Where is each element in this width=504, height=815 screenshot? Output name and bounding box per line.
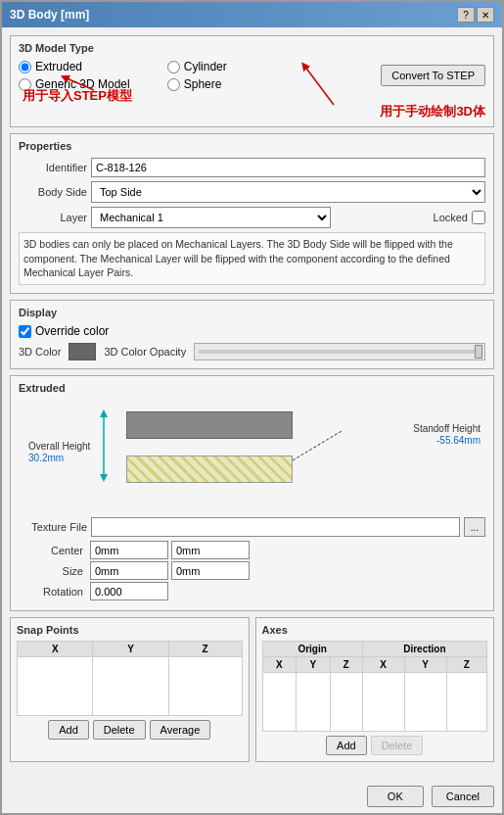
axes-col-dz: Z <box>446 657 486 673</box>
axes-cell-ox <box>262 673 297 732</box>
color-swatch[interactable] <box>69 343 96 360</box>
title-bar: 3D Body [mm] ? ✕ <box>2 2 502 27</box>
extruded-label: Extruded <box>35 60 82 73</box>
extruded-radio[interactable] <box>19 61 31 73</box>
snap-average-button[interactable]: Average <box>150 720 211 740</box>
axes-col-oz: Z <box>330 657 362 673</box>
properties-section: Properties Identifier Body Side Top Side… <box>10 133 494 294</box>
svg-marker-4 <box>100 474 108 482</box>
standoff-height-value: -55.64mm <box>436 435 481 446</box>
snap-cell-y <box>93 657 168 716</box>
axes-table: Origin Direction X Y Z X Y Z <box>262 641 488 732</box>
snap-delete-button[interactable]: Delete <box>93 720 146 740</box>
opacity-label: 3D Color Opacity <box>104 346 186 358</box>
convert-to-step-button[interactable]: Convert To STEP <box>381 65 485 86</box>
center-y-input[interactable] <box>171 541 250 559</box>
body-top-shape <box>126 411 293 439</box>
help-button[interactable]: ? <box>457 7 475 23</box>
title-controls: ? ✕ <box>457 7 494 23</box>
sphere-option[interactable]: Sphere <box>167 77 227 91</box>
standoff-height-label: Standoff Height <box>413 423 481 434</box>
body-bottom-shape <box>126 455 293 483</box>
snap-points-label: Snap Points <box>17 624 243 636</box>
identifier-row: Identifier <box>19 158 485 177</box>
snap-col-y: Y <box>93 642 168 657</box>
snap-points-table: X Y Z <box>17 641 243 716</box>
axes-add-button[interactable]: Add <box>326 736 367 755</box>
snap-add-button[interactable]: Add <box>48 720 89 740</box>
color-row: 3D Color 3D Color Opacity <box>19 343 485 360</box>
svg-line-5 <box>293 431 342 460</box>
display-section: Display Override color 3D Color 3D Color… <box>10 300 494 369</box>
snap-buttons: Add Delete Average <box>17 720 243 740</box>
display-label: Display <box>19 307 485 318</box>
axes-panel: Axes Origin Direction X Y Z X Y <box>255 617 495 762</box>
extruded-option[interactable]: Extruded <box>19 60 130 73</box>
axes-buttons: Add Delete <box>262 736 488 755</box>
close-button[interactable]: ✕ <box>477 7 494 23</box>
size-row: Size <box>19 561 485 580</box>
axes-col-ox: X <box>262 657 297 673</box>
rotation-input[interactable] <box>90 582 168 600</box>
annotation-import: 用于导入STEP模型 <box>23 87 132 105</box>
center-x-input[interactable] <box>90 541 168 559</box>
size-x-input[interactable] <box>90 561 168 580</box>
main-window: 3D Body [mm] ? ✕ 3D Model Type Extruded … <box>0 0 504 815</box>
extruded-visual: Overall Height 30.2mm Standoff Height -5… <box>19 402 485 509</box>
axes-col-dx: X <box>362 657 404 673</box>
center-label: Center <box>19 545 87 556</box>
info-text: 3D bodies can only be placed on Mechanic… <box>19 232 485 285</box>
rotation-label: Rotation <box>19 586 87 598</box>
size-label: Size <box>19 565 87 577</box>
axes-cell-oy <box>297 673 331 732</box>
axes-delete-button[interactable]: Delete <box>371 736 424 755</box>
snap-points-panel: Snap Points X Y Z <box>10 617 250 762</box>
texture-input[interactable] <box>91 517 460 537</box>
axes-body-row <box>262 673 487 732</box>
browse-button[interactable]: ... <box>464 517 485 537</box>
layer-label: Layer <box>19 212 87 223</box>
overall-height-value: 30.2mm <box>28 453 64 463</box>
right-radio-group: Cylinder Sphere <box>167 60 227 91</box>
snap-col-z: Z <box>168 642 242 657</box>
sphere-radio[interactable] <box>167 78 180 91</box>
body-side-row: Body Side Top Side Bottom Side <box>19 181 485 203</box>
locked-row: Locked <box>434 211 485 224</box>
model-type-label: 3D Model Type <box>19 42 485 54</box>
axes-cell-dy <box>404 673 446 732</box>
axes-origin-header: Origin <box>262 642 362 657</box>
axes-col-oy: Y <box>297 657 331 673</box>
extruded-section: Extruded Overall Height 30.2mm Standoff … <box>10 375 494 611</box>
layer-select[interactable]: Mechanical 1 <box>91 207 331 228</box>
body-side-label: Body Side <box>19 186 87 198</box>
override-row: Override color <box>19 324 485 338</box>
texture-label: Texture File <box>19 521 87 533</box>
ok-cancel-row: OK Cancel <box>2 780 502 813</box>
texture-row: Texture File ... <box>19 517 485 537</box>
identifier-label: Identifier <box>19 162 87 173</box>
rotation-row: Rotation <box>19 582 485 600</box>
size-y-input[interactable] <box>171 561 250 580</box>
body-side-select[interactable]: Top Side Bottom Side <box>91 181 485 203</box>
axes-cell-oz <box>330 673 362 732</box>
locked-checkbox[interactable] <box>472 211 485 224</box>
cylinder-option[interactable]: Cylinder <box>167 60 227 73</box>
annotation-draw: 用于手动绘制3D体 <box>380 103 485 120</box>
content-area: 3D Model Type Extruded Generic 3D Model <box>2 27 502 780</box>
cancel-button[interactable]: Cancel <box>432 786 494 807</box>
overall-height-label: Overall Height <box>28 441 90 452</box>
slider-track <box>199 350 481 354</box>
snap-col-x: X <box>18 642 93 657</box>
override-color-label: Override color <box>35 324 109 338</box>
snap-points-body-row <box>18 657 243 716</box>
axes-direction-header: Direction <box>362 642 486 657</box>
cylinder-radio[interactable] <box>167 61 180 73</box>
axes-col-dy: Y <box>404 657 446 673</box>
opacity-slider[interactable] <box>194 343 485 360</box>
locked-label: Locked <box>434 212 468 223</box>
identifier-input[interactable] <box>91 158 485 177</box>
override-color-checkbox[interactable] <box>19 325 31 338</box>
ok-button[interactable]: OK <box>367 786 424 807</box>
axes-cell-dx <box>362 673 404 732</box>
center-row: Center <box>19 541 485 559</box>
